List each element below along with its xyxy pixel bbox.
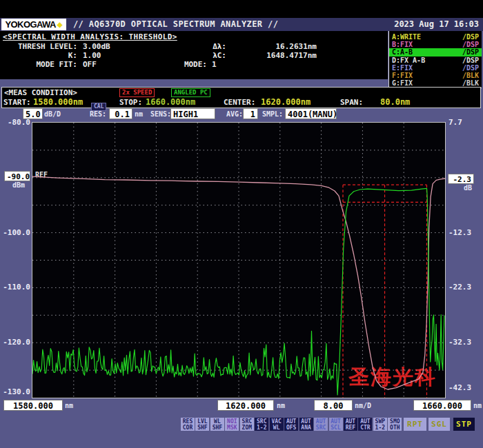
lambda-c-label: λC: (138, 51, 226, 60)
mode-value: 1 (212, 60, 296, 69)
ref-level-field[interactable]: -90.0 (4, 171, 30, 181)
x-center-field[interactable]: 1620.000 (217, 400, 274, 411)
mode-label: MODE: (138, 60, 207, 69)
y-right-tick: -32.3 (448, 338, 482, 347)
level-scale-unit: dB/D (44, 110, 61, 118)
trace-c-line (32, 188, 444, 395)
x-scale-field[interactable]: 8.00 (314, 400, 353, 411)
trace-name: D:FX A-B (392, 57, 425, 64)
analysis-title: <SPECTRAL WIDTH ANALYSIS: THRESHOLD> (3, 32, 177, 41)
connector-badge: ANGLED PC (171, 88, 210, 97)
speed-badge: 2x SPEED (119, 88, 155, 97)
trace-row-d[interactable]: D:FX A-B/DSP (389, 57, 482, 64)
smpl-field[interactable]: 4001(MANU) (285, 108, 337, 119)
x-start-field[interactable]: 1580.000 (3, 400, 63, 411)
meas-field-label: STOP: (119, 98, 142, 107)
avg-field[interactable]: 1 (243, 108, 258, 119)
trace-display-mode: /DSP (462, 33, 479, 41)
sens-field[interactable]: HIGH1 (170, 108, 215, 119)
datetime: 2023 Aug 17 16:03 (394, 19, 479, 29)
x-axis-row: 1580.000 nm 1620.000 nm 8.00 nm/D 1660.0… (0, 400, 483, 411)
y-left-tick: -100.0 (0, 228, 30, 237)
trace-name: E:FIX (392, 64, 413, 72)
x-start-unit: nm (65, 402, 73, 409)
meas-field-label: CENTER: (224, 98, 255, 107)
brand-text: YOKOGAWA (6, 19, 56, 30)
analysis-panel: <SPECTRAL WIDTH ANALYSIS: THRESHOLD> THR… (0, 31, 388, 79)
y-left-tick: -110.0 (0, 283, 30, 292)
trace-name: A:WRITE (392, 33, 421, 41)
analysis-row: MODE FIT: OFF MODE: 1 (0, 60, 388, 69)
spectrum-plot: REF 圣海光科 (32, 122, 446, 398)
y-left-tick: -130.0 (0, 387, 30, 396)
res-label: RES: (90, 110, 106, 118)
res-unit: nm (135, 110, 143, 118)
title-bar: YOKOGAWA ◆ // AQ6370D OPTICAL SPECTRUM A… (0, 18, 483, 31)
trace-display-mode: /DSP (462, 48, 479, 56)
yokogawa-logo: YOKOGAWA ◆ (1, 19, 66, 30)
meas-condition-panel: <MEAS CONDITION> 2x SPEEDANGLED PCSTART:… (1, 87, 481, 108)
x-center-unit: nm (277, 402, 285, 409)
trace-display-mode: /BLK (462, 72, 479, 79)
trace-display-mode: /DSP (462, 57, 479, 64)
settings-row: 5.0 dB/D CAL RES: 0.1 nm SENS: HIGH1 AVG… (0, 108, 483, 122)
trace-name: B:FIX (392, 41, 413, 48)
delta-lambda-label: Δλ: (138, 42, 226, 51)
trace-row-e[interactable]: E:FIX/DSP (389, 64, 482, 72)
trace-name: G:FIX (392, 79, 413, 87)
thresh-level-label: THRESH LEVEL: (0, 42, 77, 51)
yokogawa-diamond-icon: ◆ (57, 21, 63, 28)
lambda-c-value: 1648.4717nm (233, 51, 317, 60)
trace-legend-panel: A:WRITE/DSPB:FIX/DSPC:A-B/DSPD:FX A-B/DS… (388, 31, 482, 88)
y-left-tick: -80.0 (0, 118, 30, 127)
meas-field-value: 80.0nm (380, 97, 410, 107)
analysis-row: K: 1.00 λC: 1648.4717nm (0, 51, 388, 60)
meas-field-label: SPAN: (340, 98, 363, 107)
smpl-label: SMPL: (262, 110, 283, 118)
k-label: K: (0, 51, 77, 60)
analysis-row: THRESH LEVEL: 3.00dB Δλ: 16.2631nm (0, 42, 388, 51)
trace-row-b[interactable]: B:FIX/DSP (389, 41, 482, 48)
mode-fit-label: MODE FIT: (0, 60, 77, 69)
y-right-tick: -22.3 (448, 283, 482, 292)
meas-field-value: 1660.000nm (146, 97, 195, 107)
meas-field-value: 1580.000nm (33, 97, 83, 107)
osa-screen: YOKOGAWA ◆ // AQ6370D OPTICAL SPECTRUM A… (0, 0, 483, 448)
y-right-tick: -42.3 (448, 383, 482, 392)
trace-name: C:A-B (392, 48, 413, 56)
control-sgl[interactable]: SGL (428, 418, 450, 431)
x-stop-field[interactable]: 1660.000 (413, 400, 471, 411)
res-field[interactable]: 0.1 (109, 108, 132, 119)
thresh-level-value: 3.00dB (83, 42, 110, 51)
k-value: 1.00 (83, 51, 101, 60)
x-stop-unit: nm (473, 402, 482, 409)
meas-field-value: 1620.000nm (261, 97, 310, 107)
trace-display-mode: /BLK (462, 79, 479, 87)
trace-display-mode: /DSP (462, 64, 479, 72)
trace-row-f[interactable]: F:FIX/BLK (389, 72, 482, 79)
trace-row-a[interactable]: A:WRITE/DSP (389, 33, 482, 41)
trace-row-c[interactable]: C:A-B/DSP (389, 48, 482, 56)
avg-label: AVG: (226, 110, 243, 118)
ref-level-right-field: -2.3 (448, 174, 474, 184)
trace-name: F:FIX (392, 72, 413, 79)
control-rpt[interactable]: RPT (404, 418, 426, 431)
page-title: // AQ6370D OPTICAL SPECTRUM ANALYZER // (73, 19, 278, 29)
spectrum-svg (32, 123, 445, 398)
meas-condition-title: <MEAS CONDITION> (4, 88, 77, 97)
y-left-tick: -120.0 (0, 338, 30, 347)
y-right-unit: dB (464, 184, 472, 192)
meas-field-label: START: (3, 98, 31, 107)
x-scale-unit: nm/D (355, 402, 371, 409)
trace-display-mode: /DSP (462, 41, 479, 48)
top-black-strip (0, 0, 483, 18)
control-stp[interactable]: STP (453, 418, 475, 431)
y-left-unit: dBm (12, 181, 25, 189)
sens-label: SENS: (150, 110, 171, 118)
trace-row-g[interactable]: G:FIX/BLK (389, 79, 482, 87)
y-right-tick: -12.3 (448, 228, 482, 237)
sweep-controls: RPTSGLSTP (0, 418, 483, 431)
delta-lambda-value: 16.2631nm (233, 42, 317, 51)
y-right-tick: 7.7 (448, 118, 482, 127)
mode-fit-value: OFF (83, 60, 97, 69)
